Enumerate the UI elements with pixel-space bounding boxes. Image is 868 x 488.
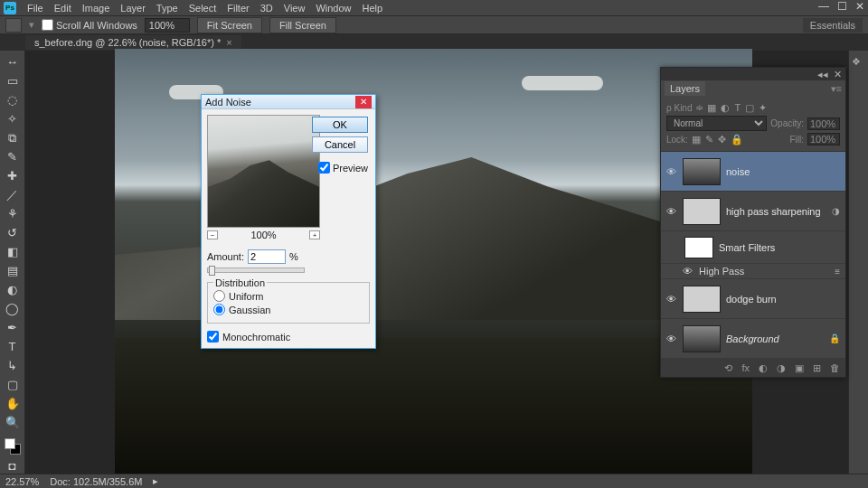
zoom-tool-icon[interactable]: 🔍 bbox=[4, 414, 22, 430]
path-tool-icon[interactable]: ↳ bbox=[4, 357, 22, 373]
quickmask-icon[interactable]: ◘ bbox=[4, 457, 22, 474]
layer-row[interactable]: Smart Filters bbox=[661, 231, 845, 264]
new-group-icon[interactable]: ▣ bbox=[795, 362, 804, 374]
menu-layer[interactable]: Layer bbox=[115, 1, 151, 15]
visibility-icon[interactable]: 👁 bbox=[666, 294, 677, 305]
marquee-tool-icon[interactable]: ▭ bbox=[4, 73, 22, 89]
status-chevron-icon[interactable]: ▸ bbox=[153, 475, 158, 487]
dialog-preview-thumbnail[interactable] bbox=[207, 115, 320, 228]
type-tool-icon[interactable]: T bbox=[4, 338, 22, 354]
lock-icon: 🔒 bbox=[829, 333, 840, 343]
crop-tool-icon[interactable]: ⧉ bbox=[4, 130, 22, 146]
hand-tool-icon[interactable] bbox=[5, 18, 22, 33]
visibility-icon[interactable]: 👁 bbox=[683, 266, 693, 277]
lock-label: Lock: bbox=[666, 135, 688, 145]
wand-tool-icon[interactable]: ✧ bbox=[4, 111, 22, 127]
menu-window[interactable]: Window bbox=[310, 1, 356, 15]
scroll-all-windows-checkbox[interactable]: Scroll All Windows bbox=[42, 19, 137, 31]
filter-type-icons[interactable]: ▦◐T▢✦ bbox=[707, 102, 767, 114]
document-tab[interactable]: s_before.dng @ 22.6% (noise, RGB/16*) * … bbox=[25, 35, 241, 50]
panel-collapse-icon[interactable]: ◂◂ bbox=[817, 69, 828, 80]
new-fill-icon[interactable]: ◑ bbox=[777, 362, 786, 374]
hand-tool-icon[interactable]: ✋ bbox=[4, 395, 22, 411]
menu-select[interactable]: Select bbox=[184, 1, 222, 15]
menu-image[interactable]: Image bbox=[77, 1, 116, 15]
filter-sub-row[interactable]: 👁 High Pass ≡ bbox=[661, 264, 845, 279]
status-bar: 22.57% Doc: 102.5M/355.6M ▸ bbox=[0, 474, 868, 488]
shape-tool-icon[interactable]: ▢ bbox=[4, 376, 22, 392]
new-layer-icon[interactable]: ⊞ bbox=[813, 362, 821, 374]
zoom-in-button[interactable]: + bbox=[309, 230, 320, 239]
layer-row[interactable]: 👁 Background 🔒 bbox=[661, 319, 845, 359]
visibility-icon[interactable]: 👁 bbox=[666, 333, 677, 344]
layer-fx-icon[interactable]: fx bbox=[741, 362, 750, 373]
menu-help[interactable]: Help bbox=[357, 1, 389, 15]
preview-checkbox[interactable]: Preview bbox=[318, 162, 368, 174]
gaussian-radio[interactable]: Gaussian bbox=[213, 304, 363, 315]
fit-screen-button[interactable]: Fit Screen bbox=[197, 17, 262, 33]
window-minimize-icon[interactable]: — bbox=[817, 2, 830, 11]
heal-tool-icon[interactable]: ✚ bbox=[4, 168, 22, 184]
delete-layer-icon[interactable]: 🗑 bbox=[830, 362, 840, 373]
menu-3d[interactable]: 3D bbox=[255, 1, 278, 15]
eraser-tool-icon[interactable]: ◧ bbox=[4, 244, 22, 260]
blend-mode-select[interactable]: Normal bbox=[666, 116, 767, 131]
menu-filter[interactable]: Filter bbox=[222, 1, 254, 15]
smart-object-icon: ◑ bbox=[832, 206, 840, 216]
blur-tool-icon[interactable]: ◐ bbox=[4, 281, 22, 297]
layers-panel: ◂◂✕ Layers▾≡ ρ Kind ≑ ▦◐T▢✦ Normal Opaci… bbox=[660, 67, 846, 378]
fill-field[interactable] bbox=[807, 133, 840, 145]
dodge-tool-icon[interactable]: ◯ bbox=[4, 300, 22, 316]
menu-view[interactable]: View bbox=[278, 1, 311, 15]
history-brush-tool-icon[interactable]: ↺ bbox=[4, 225, 22, 241]
menu-type[interactable]: Type bbox=[151, 1, 184, 15]
filter-name: High Pass bbox=[699, 266, 744, 277]
brush-tool-icon[interactable]: ／ bbox=[4, 187, 22, 203]
layer-row[interactable]: 👁 noise bbox=[661, 152, 845, 192]
move-tool-icon[interactable]: ↔ bbox=[4, 54, 22, 70]
panel-close-icon[interactable]: ✕ bbox=[834, 69, 842, 80]
layer-mask-icon[interactable]: ◐ bbox=[759, 362, 768, 374]
lasso-tool-icon[interactable]: ◌ bbox=[4, 92, 22, 108]
close-tab-icon[interactable]: × bbox=[226, 37, 231, 48]
cancel-button[interactable]: Cancel bbox=[312, 136, 368, 153]
monochromatic-checkbox[interactable]: Monochromatic bbox=[207, 331, 370, 343]
pen-tool-icon[interactable]: ✒ bbox=[4, 319, 22, 335]
window-maximize-icon[interactable]: ☐ bbox=[835, 2, 848, 11]
zoom-field[interactable] bbox=[145, 18, 190, 33]
ok-button[interactable]: OK bbox=[312, 117, 368, 133]
status-zoom[interactable]: 22.57% bbox=[5, 476, 39, 487]
lock-icons[interactable]: ▦✎✥🔒 bbox=[692, 134, 743, 145]
filter-kind-label: ρ Kind bbox=[666, 103, 692, 113]
dialog-titlebar[interactable]: Add Noise ✕ bbox=[202, 95, 375, 109]
window-close-icon[interactable]: ✕ bbox=[854, 2, 866, 11]
dialog-close-icon[interactable]: ✕ bbox=[355, 96, 372, 108]
filter-settings-icon[interactable]: ≡ bbox=[835, 267, 840, 277]
layer-row[interactable]: 👁 dodge burn bbox=[661, 279, 845, 319]
fill-screen-button[interactable]: Fill Screen bbox=[269, 17, 336, 33]
options-bar: ▾ Scroll All Windows Fit Screen Fill Scr… bbox=[0, 16, 868, 34]
eyedropper-tool-icon[interactable]: ✎ bbox=[4, 149, 22, 165]
stamp-tool-icon[interactable]: ⚘ bbox=[4, 206, 22, 222]
scroll-all-label: Scroll All Windows bbox=[56, 20, 137, 31]
visibility-icon[interactable]: 👁 bbox=[666, 166, 677, 177]
visibility-icon[interactable]: 👁 bbox=[666, 206, 677, 217]
status-docinfo[interactable]: Doc: 102.5M/355.6M bbox=[50, 476, 142, 487]
zoom-out-button[interactable]: − bbox=[207, 230, 218, 239]
layer-name: dodge burn bbox=[726, 294, 777, 305]
layers-tab[interactable]: Layers bbox=[665, 81, 705, 96]
menu-file[interactable]: File bbox=[22, 1, 49, 15]
panel-icon[interactable]: ❖ bbox=[852, 56, 866, 70]
menu-edit[interactable]: Edit bbox=[49, 1, 77, 15]
panel-menu-icon[interactable]: ▾≡ bbox=[831, 83, 842, 95]
link-layers-icon[interactable]: ⟲ bbox=[724, 362, 732, 374]
amount-label: Amount: bbox=[207, 251, 244, 262]
gradient-tool-icon[interactable]: ▤ bbox=[4, 263, 22, 279]
opacity-field[interactable] bbox=[807, 117, 840, 130]
amount-slider[interactable] bbox=[207, 267, 305, 273]
uniform-radio[interactable]: Uniform bbox=[213, 290, 363, 302]
color-swatch[interactable] bbox=[5, 438, 21, 455]
workspace-switcher[interactable]: Essentials bbox=[803, 18, 863, 33]
amount-input[interactable] bbox=[248, 249, 286, 264]
layer-row[interactable]: 👁 high pass sharpening ◑ bbox=[661, 192, 845, 231]
